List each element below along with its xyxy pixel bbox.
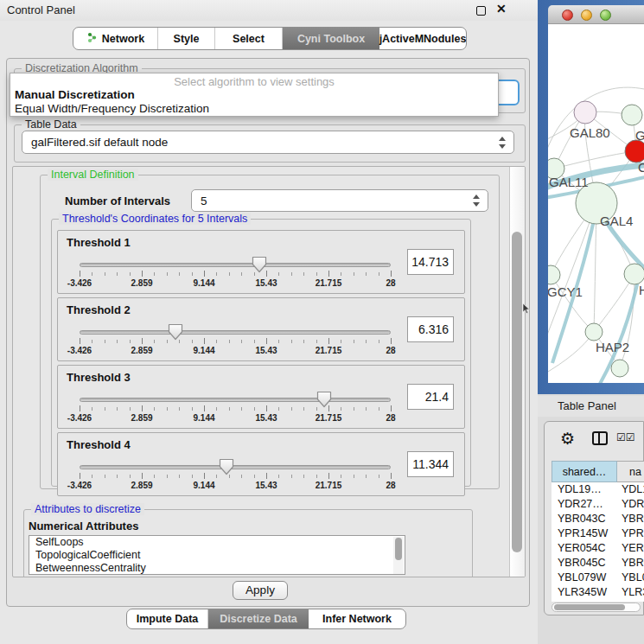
horizontal-scrollbar[interactable]	[552, 603, 641, 612]
slider-track[interactable]	[80, 263, 391, 267]
tab-discretize-data[interactable]: Discretize Data	[208, 609, 309, 628]
float-window-icon[interactable]	[476, 6, 486, 16]
tab-style[interactable]: Style	[158, 28, 215, 49]
close-traffic-light[interactable]	[562, 10, 573, 21]
cell-shared-name[interactable]: YBR043C	[552, 512, 617, 526]
threshold-panel: Threshold 3 21.4 -3.4262.8599.14415.4321…	[57, 365, 465, 429]
tab-impute-data[interactable]: Impute Data	[127, 609, 208, 628]
column-header-name[interactable]: na	[617, 461, 644, 482]
tab-infer-network[interactable]: Infer Network	[309, 609, 405, 628]
minimize-traffic-light[interactable]	[581, 10, 592, 21]
slider-track[interactable]	[80, 330, 391, 335]
slider-thumb-icon[interactable]	[219, 458, 234, 475]
cell-shared-name[interactable]: YDL19…	[552, 482, 617, 497]
slider-minor-ticks	[80, 272, 392, 276]
table-row[interactable]: YBL079W YBL0	[552, 571, 644, 585]
select-columns-icons[interactable]: ☑☑	[616, 431, 635, 443]
slider-scale-label: 9.144	[193, 346, 214, 355]
node-gcy1	[548, 265, 560, 284]
table-rows[interactable]: YDL19… YDL1 YDR27… YDR2 YBR043C YBR0 YPR…	[552, 482, 644, 602]
table-row[interactable]: YBR045C YBR0	[552, 556, 644, 571]
numerical-attributes-list[interactable]: SelfLoopsTopologicalCoefficientBetweenne…	[29, 535, 405, 575]
vertical-scrollbar[interactable]	[509, 167, 525, 577]
slider-thumb-icon[interactable]	[252, 256, 267, 273]
vertical-scrollbar-thumb[interactable]	[512, 232, 522, 552]
threshold-title: Threshold 2	[67, 303, 131, 316]
svg-text:H: H	[639, 283, 644, 297]
network-window-titlebar	[548, 5, 644, 24]
network-canvas[interactable]: GAL80 GA C GAL11 GAL4 GCY1 H HAP2	[548, 24, 644, 383]
threshold-value-field[interactable]: 6.316	[407, 316, 454, 342]
tab-select[interactable]: Select	[215, 28, 283, 49]
slider-thumb-icon[interactable]	[168, 323, 183, 341]
threshold-panel: Threshold 2 6.316 -3.4262.8599.14415.432…	[57, 297, 465, 361]
node-attribute-table[interactable]: shared… na YDL19… YDL1 YDR27… YDR2 YBR04…	[552, 461, 644, 602]
cell-name[interactable]: YDR2	[617, 497, 644, 512]
horizontal-scrollbar-thumb[interactable]	[554, 604, 625, 610]
column-header-shared-name[interactable]: shared…	[552, 461, 617, 482]
threshold-title: Threshold 1	[67, 236, 131, 249]
cell-shared-name[interactable]: YER054C	[552, 541, 617, 556]
slider-track[interactable]	[80, 398, 391, 402]
cell-shared-name[interactable]: YLR345W	[552, 585, 617, 600]
table-row[interactable]: YER054C YER0	[552, 541, 644, 556]
close-icon[interactable]: ✕	[496, 2, 507, 16]
threshold-slider[interactable]: -3.4262.8599.14415.4321.71528	[80, 255, 391, 293]
table-row[interactable]: YPR145W YPR1	[552, 526, 644, 541]
cell-name[interactable]: YER0	[617, 541, 644, 556]
threshold-slider[interactable]: -3.4262.8599.14415.4321.71528	[80, 390, 391, 428]
threshold-value-field[interactable]: 11.344	[407, 451, 454, 477]
slider-track[interactable]	[80, 465, 391, 469]
algorithm-hint-option[interactable]: Select algorithm to view settings	[10, 73, 498, 88]
algorithm-dropdown-popup: Select algorithm to view settings Manual…	[10, 73, 499, 117]
slider-scale-label: -3.426	[67, 346, 92, 355]
svg-text:GAL11: GAL11	[549, 175, 589, 189]
table-row[interactable]: YIL052C YIL0	[552, 600, 644, 602]
columns-icon[interactable]	[592, 431, 608, 445]
algorithm-option-manual[interactable]: Manual Discretization	[10, 88, 498, 102]
table-row[interactable]: YLR345W YLR3	[552, 585, 644, 600]
table-row[interactable]: YDR27… YDR2	[552, 497, 644, 512]
table-row[interactable]: YDL19… YDL1	[552, 482, 644, 497]
node-hap2	[585, 323, 603, 341]
list-scrollbar-thumb[interactable]	[395, 538, 402, 560]
cell-shared-name[interactable]: YBL079W	[552, 571, 617, 585]
attribute-list-item[interactable]: BetweennessCentrality	[29, 562, 405, 575]
apply-button[interactable]: Apply	[233, 581, 288, 600]
threshold-value-field[interactable]: 14.713	[407, 249, 454, 275]
screen: Control Panel ✕ Network Style Select Cyn…	[0, 0, 644, 644]
cell-shared-name[interactable]: YPR145W	[552, 526, 617, 541]
control-panel-tabbar: Network Style Select Cyni Toolbox jActiv…	[73, 27, 467, 50]
algorithm-option-equal-width[interactable]: Equal Width/Frequency Discretization	[10, 102, 498, 116]
cell-name[interactable]: YIL0	[617, 600, 644, 602]
zoom-traffic-light[interactable]	[600, 10, 611, 21]
tab-network[interactable]: Network	[73, 28, 158, 49]
bottom-tabbar: Impute Data Discretize Data Infer Networ…	[126, 609, 406, 629]
attribute-list-item[interactable]: TopologicalCoefficient	[29, 549, 405, 562]
slider-scale-label: 21.715	[316, 413, 342, 423]
attribute-list-item[interactable]: SelfLoops	[29, 536, 405, 549]
slider-scale-label: 28	[386, 413, 395, 423]
threshold-value-field[interactable]: 21.4	[407, 384, 454, 410]
node-bottom	[611, 360, 628, 377]
cell-name[interactable]: YBL0	[617, 571, 644, 585]
table-row[interactable]: YBR043C YBR0	[552, 512, 644, 526]
cell-name[interactable]: YPR1	[617, 526, 644, 541]
list-scrollbar[interactable]	[393, 537, 404, 575]
slider-minor-ticks	[80, 340, 392, 343]
table-data-combobox[interactable]: galFiltered.sif default node	[22, 131, 514, 154]
cell-shared-name[interactable]: YDR27…	[552, 497, 617, 512]
gear-icon[interactable]: ⚙	[560, 429, 575, 448]
slider-scale-label: 2.859	[131, 278, 152, 288]
cell-name[interactable]: YBR0	[617, 512, 644, 526]
cell-name[interactable]: YBR0	[617, 556, 644, 571]
cell-name[interactable]: YDL1	[617, 482, 644, 497]
threshold-slider[interactable]: -3.4262.8599.14415.4321.71528	[80, 457, 391, 495]
tab-jactivemnodules[interactable]: jActiveMNodules	[379, 28, 466, 49]
tab-cyni-toolbox[interactable]: Cyni Toolbox	[283, 28, 379, 49]
threshold-slider[interactable]: -3.4262.8599.14415.4321.71528	[80, 322, 391, 360]
cell-name[interactable]: YLR3	[617, 585, 644, 600]
number-of-intervals-combobox[interactable]: 5	[191, 189, 488, 212]
cell-shared-name[interactable]: YIL052C	[552, 600, 617, 602]
cell-shared-name[interactable]: YBR045C	[552, 556, 617, 571]
